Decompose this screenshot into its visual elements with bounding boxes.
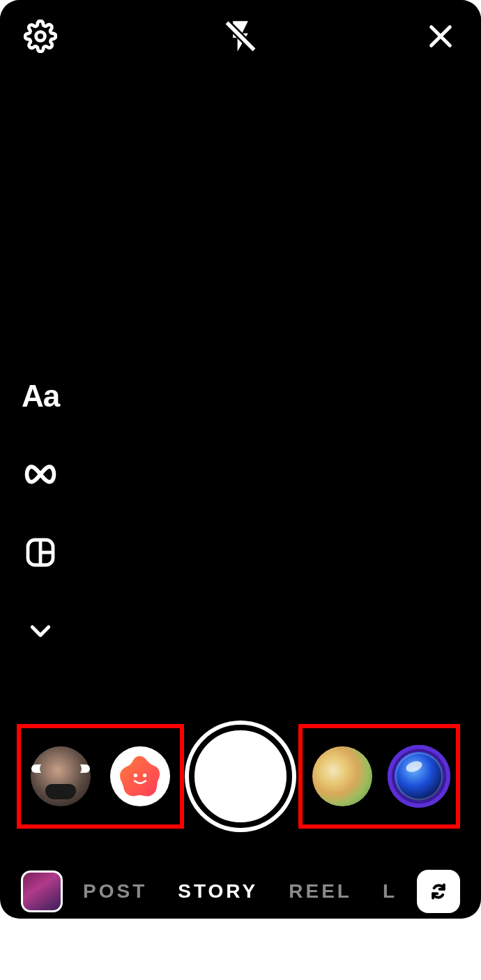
flash-toggle-button[interactable] <box>221 17 260 56</box>
mode-live[interactable]: LIVE <box>383 880 397 903</box>
gallery-button[interactable] <box>21 870 63 912</box>
filter-carousel[interactable] <box>0 723 481 830</box>
mode-post[interactable]: POST <box>83 880 147 903</box>
camera-viewport: Aa <box>0 0 481 919</box>
shutter-button[interactable] <box>189 725 292 828</box>
flash-off-icon <box>222 18 259 54</box>
boomerang-tool-button[interactable] <box>21 455 60 494</box>
mode-reel[interactable]: REEL <box>289 880 352 903</box>
expand-tools-button[interactable] <box>21 611 60 650</box>
camera-viewfinder[interactable]: Aa <box>0 0 481 857</box>
highlight-box-left <box>17 724 184 829</box>
bottom-bar: POST STORY REEL LIVE <box>0 865 481 918</box>
star-blob-icon <box>117 753 163 799</box>
layout-tool-button[interactable] <box>21 533 60 572</box>
close-button[interactable] <box>421 17 460 56</box>
mode-story[interactable]: STORY <box>178 880 258 903</box>
svg-point-9 <box>143 774 146 777</box>
filter-face-mask[interactable] <box>31 746 91 806</box>
close-icon <box>427 22 455 50</box>
filter-camera-lens[interactable] <box>392 749 446 804</box>
text-tool-button[interactable]: Aa <box>21 377 60 416</box>
side-tools: Aa <box>21 377 60 650</box>
highlight-box-right <box>298 724 460 829</box>
switch-camera-icon <box>425 878 452 905</box>
switch-camera-button[interactable] <box>417 870 460 913</box>
gear-icon <box>24 20 57 53</box>
infinity-icon <box>22 456 59 492</box>
svg-point-0 <box>36 32 45 41</box>
settings-button[interactable] <box>21 17 60 56</box>
mode-selector[interactable]: POST STORY REEL LIVE <box>63 880 417 903</box>
filter-star-smile[interactable] <box>110 746 170 806</box>
filter-gradient-orb[interactable] <box>312 746 372 806</box>
top-bar <box>0 15 481 57</box>
svg-point-8 <box>134 774 137 777</box>
layout-icon <box>24 536 57 569</box>
chevron-down-icon <box>26 617 54 644</box>
